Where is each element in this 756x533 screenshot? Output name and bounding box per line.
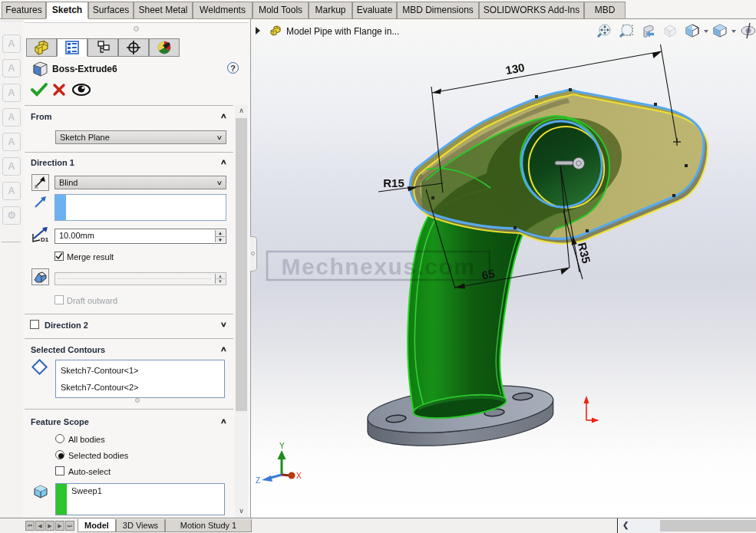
svg-text:R15: R15: [383, 176, 404, 189]
svg-text:Y: Y: [279, 442, 285, 450]
svg-text:R35: R35: [576, 241, 593, 265]
svg-text:65: 65: [480, 267, 495, 282]
svg-text:X: X: [296, 472, 302, 480]
svg-text:130: 130: [504, 61, 526, 77]
svg-text:D1: D1: [41, 236, 49, 243]
svg-text:Z: Z: [256, 476, 260, 485]
